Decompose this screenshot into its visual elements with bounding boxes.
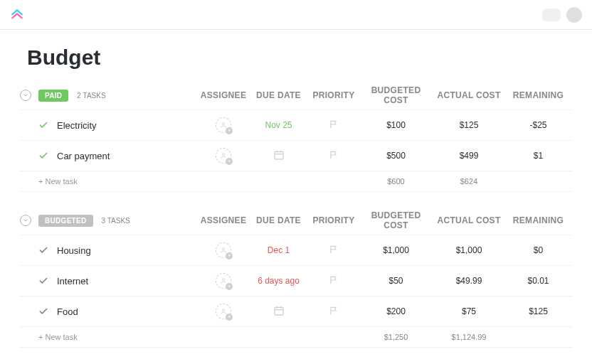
check-icon	[38, 151, 48, 161]
flag-icon[interactable]	[329, 150, 339, 162]
due-date-text[interactable]: 6 days ago	[258, 276, 300, 286]
status-tag[interactable]: PAID	[38, 90, 68, 102]
remaining[interactable]: -$25	[504, 120, 572, 130]
due-date-text[interactable]: Nov 25	[265, 120, 292, 130]
task-row[interactable]: Housing + Dec 1 $1,000 $1,000 $0	[20, 235, 572, 265]
header-due-date: DUE DATE	[248, 215, 309, 225]
check-icon	[38, 276, 48, 286]
header-assignee: ASSIGNEE	[199, 215, 248, 225]
header-budgeted-cost: BUDGETED COST	[359, 210, 433, 230]
task-row[interactable]: Electricity + Nov 25 $100 $125 -$25	[20, 109, 572, 140]
remaining[interactable]: $125	[504, 306, 572, 316]
task-count: 3 TASKS	[102, 217, 130, 225]
new-task-button[interactable]: + New task	[20, 177, 162, 186]
total-budgeted: $1,250	[359, 333, 433, 341]
calendar-icon[interactable]	[248, 305, 309, 318]
status-tag[interactable]: BUDGETED	[38, 215, 93, 227]
topbar-avatar[interactable]	[566, 7, 582, 23]
budgeted-cost[interactable]: $100	[359, 120, 433, 130]
task-name[interactable]: Housing	[57, 245, 91, 256]
topbar-placeholder-button[interactable]	[542, 9, 561, 21]
remaining[interactable]: $0	[504, 245, 572, 255]
svg-point-0	[222, 123, 224, 125]
task-name[interactable]: Car payment	[57, 151, 110, 161]
task-name[interactable]: Internet	[57, 276, 88, 287]
task-row[interactable]: Food + $200 $75 $125	[20, 296, 572, 326]
svg-point-8	[222, 309, 224, 311]
total-actual: $1,124.99	[433, 333, 504, 341]
svg-point-1	[222, 154, 224, 156]
svg-rect-2	[275, 151, 283, 159]
topbar-right	[542, 7, 582, 23]
new-task-button[interactable]: + New task	[20, 333, 162, 341]
remaining[interactable]: $0.01	[504, 276, 572, 286]
check-icon	[38, 245, 48, 255]
task-row[interactable]: Car payment + $500 $499 $1	[20, 140, 572, 171]
check-icon	[38, 306, 48, 316]
actual-cost[interactable]: $499	[433, 151, 504, 161]
header-assignee: ASSIGNEE	[199, 90, 248, 100]
header-budgeted-cost: BUDGETED COST	[359, 85, 433, 105]
task-count: 2 TASKS	[77, 92, 105, 100]
task-name[interactable]: Electricity	[57, 120, 97, 131]
budgeted-cost[interactable]: $1,000	[359, 245, 433, 255]
section: BUDGETED 3 TASKS ASSIGNEE DUE DATE PRIOR…	[20, 210, 572, 348]
budgeted-cost[interactable]: $200	[359, 306, 433, 316]
flag-icon[interactable]	[329, 306, 339, 318]
actual-cost[interactable]: $75	[433, 306, 504, 316]
flag-icon[interactable]	[329, 245, 339, 257]
header-remaining: REMAINING	[504, 215, 572, 225]
svg-rect-9	[275, 307, 283, 315]
flag-icon[interactable]	[329, 119, 339, 132]
collapse-icon[interactable]	[20, 215, 31, 226]
actual-cost[interactable]: $49.99	[433, 276, 504, 286]
remaining[interactable]: $1	[504, 151, 572, 161]
flag-icon[interactable]	[329, 275, 339, 287]
budgeted-cost[interactable]: $500	[359, 151, 433, 161]
header-actual-cost: ACTUAL COST	[433, 90, 504, 100]
clickup-logo[interactable]	[10, 8, 24, 22]
totals-row: + New task $1,250 $1,124.99	[20, 326, 572, 347]
assignee-placeholder[interactable]: +	[216, 148, 231, 164]
actual-cost[interactable]: $125	[433, 120, 504, 130]
topbar	[0, 0, 592, 30]
actual-cost[interactable]: $1,000	[433, 245, 504, 255]
budgeted-cost[interactable]: $50	[359, 276, 433, 286]
task-name[interactable]: Food	[57, 306, 78, 317]
assignee-placeholder[interactable]: +	[216, 273, 231, 289]
check-icon	[38, 120, 48, 130]
section: PAID 2 TASKS ASSIGNEE DUE DATE PRIORITY …	[20, 85, 572, 192]
page-title: Budget	[27, 46, 572, 70]
assignee-placeholder[interactable]: +	[216, 117, 231, 133]
svg-point-7	[222, 279, 224, 281]
header-priority: PRIORITY	[309, 90, 359, 100]
total-budgeted: $600	[359, 177, 433, 186]
header-actual-cost: ACTUAL COST	[433, 215, 504, 225]
totals-row: + New task $600 $624	[20, 171, 572, 191]
header-remaining: REMAINING	[504, 90, 572, 100]
task-row[interactable]: Internet + 6 days ago $50 $49.99 $0.01	[20, 265, 572, 296]
assignee-placeholder[interactable]: +	[216, 304, 231, 319]
calendar-icon[interactable]	[248, 149, 309, 163]
collapse-icon[interactable]	[20, 90, 31, 101]
due-date-text[interactable]: Dec 1	[268, 245, 290, 255]
svg-point-6	[222, 248, 224, 250]
assignee-placeholder[interactable]: +	[216, 242, 231, 258]
header-priority: PRIORITY	[309, 215, 359, 225]
total-actual: $624	[433, 177, 504, 186]
header-due-date: DUE DATE	[248, 90, 309, 100]
